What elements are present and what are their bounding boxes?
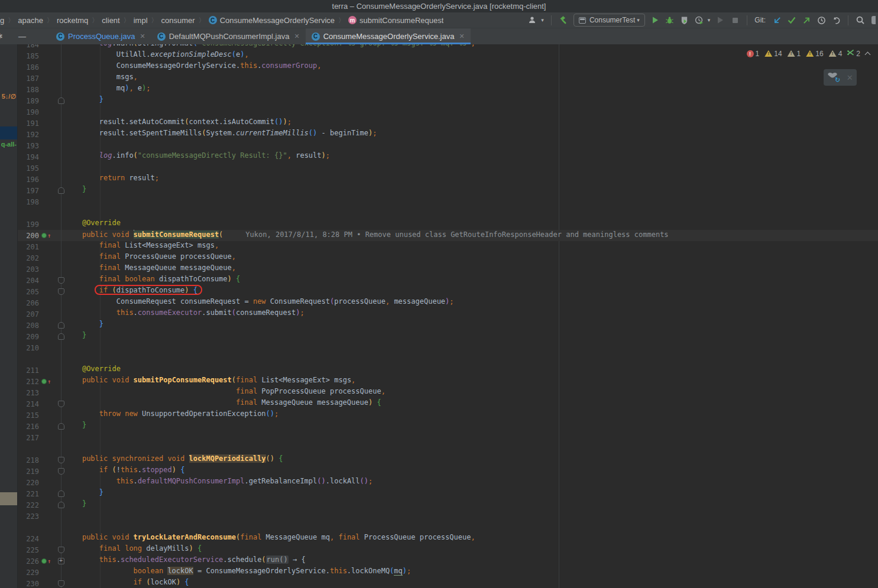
code-text[interactable]: public void tryLockLaterAndReconsume(fin… — [65, 533, 475, 544]
fold-marker[interactable] — [58, 423, 64, 430]
debug-icon[interactable] — [665, 15, 675, 25]
build-hammer-icon[interactable] — [559, 15, 568, 25]
code-text[interactable]: ConsumeRequest consumeRequest = new Cons… — [65, 297, 454, 308]
gutter[interactable]: 199 — [18, 219, 65, 230]
fold-marker[interactable] — [58, 547, 64, 553]
code-text[interactable]: } — [65, 331, 86, 342]
code-text[interactable]: } — [65, 95, 103, 106]
breadcrumb-item[interactable]: consumer — [161, 16, 195, 25]
gutter[interactable] — [18, 522, 65, 533]
code-text[interactable]: } — [65, 421, 86, 432]
run-icon[interactable] — [650, 15, 660, 25]
fold-marker[interactable] — [58, 277, 64, 284]
overriding-method-icon[interactable]: ↑ — [39, 558, 54, 564]
code-text[interactable]: throw new UnsupportedOperationException(… — [65, 410, 278, 421]
gutter[interactable]: 209 — [18, 331, 65, 342]
code-text[interactable]: } — [65, 320, 103, 331]
gutter[interactable]: 198 — [18, 196, 65, 207]
gutter[interactable]: 188 — [18, 84, 65, 95]
update-project-icon[interactable] — [772, 15, 782, 25]
weak-warning-count[interactable]: !4 — [829, 50, 843, 58]
rollback-icon[interactable] — [831, 15, 841, 25]
collapse-inspections-icon[interactable] — [865, 51, 871, 57]
close-tab-icon[interactable]: ✕ — [294, 33, 299, 40]
gutter[interactable]: 184 — [18, 44, 65, 50]
gutter[interactable]: 210 — [18, 342, 65, 353]
tab-ProcessQueue.java[interactable]: CProcessQueue.java✕ — [50, 28, 151, 44]
fold-marker[interactable] — [58, 322, 64, 329]
close-icon[interactable]: ✕ — [847, 73, 853, 82]
code-text[interactable]: this.consumeExecutor.submit(consumeReque… — [65, 308, 304, 320]
code-text[interactable]: public void submitConsumeRequest(Yukon, … — [65, 230, 669, 241]
breadcrumb-item[interactable]: CConsumeMessageOrderlyService — [209, 16, 335, 25]
gutter[interactable]: 229 — [18, 567, 65, 578]
search-icon[interactable] — [856, 15, 865, 25]
overriding-method-icon[interactable]: ↑ — [39, 378, 54, 385]
gutter[interactable]: 208 — [18, 320, 65, 331]
fold-marker[interactable] — [58, 558, 64, 564]
error-count[interactable]: !1 — [747, 50, 760, 58]
push-icon[interactable] — [802, 15, 811, 25]
gutter[interactable]: 224 — [18, 533, 65, 544]
code-text[interactable]: if (lockOK) { — [65, 578, 189, 588]
fold-marker[interactable] — [58, 333, 64, 340]
gutter[interactable]: 193 — [18, 140, 65, 151]
gutter[interactable]: 205 — [18, 286, 65, 297]
breadcrumb-item[interactable]: g — [0, 16, 4, 25]
run-config-select[interactable]: ConsumerTest ▾ — [574, 14, 645, 27]
warning-count[interactable]: !16 — [806, 50, 823, 58]
gutter[interactable]: 191 — [18, 118, 65, 129]
profiler-icon[interactable] — [695, 15, 704, 25]
gutter[interactable]: 186 — [18, 61, 65, 73]
fold-marker[interactable] — [58, 502, 64, 508]
code-text[interactable]: final List<MessageExt> msgs, — [65, 241, 219, 252]
code-text[interactable]: if (!this.stopped) { — [65, 466, 184, 477]
gutter[interactable]: 190 — [18, 106, 65, 118]
history-icon[interactable] — [817, 15, 826, 25]
gutter[interactable] — [18, 207, 65, 219]
warning-count[interactable]: !14 — [764, 50, 782, 58]
gutter[interactable]: 214 — [18, 398, 65, 410]
gutter[interactable]: 206 — [18, 297, 65, 308]
code-text[interactable]: msgs, — [65, 73, 138, 84]
gutter[interactable]: 230 — [18, 578, 65, 588]
code-text[interactable]: } — [65, 185, 86, 196]
code-text[interactable]: log.warn(String.format("consumeMessageDi… — [65, 44, 475, 50]
fold-marker[interactable] — [58, 457, 64, 463]
code-text[interactable]: public void submitPopConsumeRequest(fina… — [65, 376, 355, 387]
code-text[interactable]: mq), e); — [65, 84, 151, 95]
code-text[interactable]: result.setSpentTimeMills(System.currentT… — [65, 129, 377, 140]
breadcrumb-item[interactable]: impl — [134, 16, 148, 25]
gutter[interactable]: 197 — [18, 185, 65, 196]
gutter[interactable]: 185 — [18, 50, 65, 61]
fold-marker[interactable] — [58, 580, 64, 587]
fold-marker[interactable] — [58, 490, 64, 497]
gutter[interactable]: 223 — [18, 511, 65, 522]
gutter[interactable]: 203 — [18, 264, 65, 275]
code-text[interactable]: final MessageQueue messageQueue, — [65, 264, 236, 275]
gutter[interactable]: 221 — [18, 488, 65, 499]
code-text[interactable]: @Override — [65, 365, 121, 376]
gutter[interactable]: 204 — [18, 275, 65, 286]
typo-count[interactable]: 2 — [847, 49, 860, 58]
hide-tool-window-icon[interactable]: — — [18, 32, 26, 41]
weak-warning-count[interactable]: !1 — [788, 50, 801, 58]
tab-ConsumeMessageOrderlyService.java[interactable]: CConsumeMessageOrderlyService.java✕ — [306, 28, 471, 44]
gutter[interactable]: 217 — [18, 432, 65, 443]
fold-marker[interactable] — [58, 288, 64, 295]
gutter[interactable]: 215 — [18, 410, 65, 421]
gutter[interactable]: 218 — [18, 454, 65, 466]
gutter[interactable]: 196 — [18, 174, 65, 185]
code-text[interactable]: } — [65, 499, 86, 511]
breadcrumb-item[interactable]: rocketmq — [57, 16, 88, 25]
inspections-widget[interactable]: !1!14!1!16!42 — [747, 49, 870, 58]
gutter[interactable]: 213 — [18, 387, 65, 398]
gutter[interactable]: 200↑ — [18, 230, 65, 241]
coverage-icon[interactable] — [680, 15, 689, 25]
gear-icon[interactable]: ✱ — [0, 32, 3, 41]
close-tab-icon[interactable]: ✕ — [459, 33, 464, 40]
gutter[interactable]: 207 — [18, 308, 65, 320]
code-text[interactable]: return result; — [65, 174, 159, 185]
gutter[interactable]: 211 — [18, 365, 65, 376]
gutter[interactable]: 219 — [18, 466, 65, 477]
